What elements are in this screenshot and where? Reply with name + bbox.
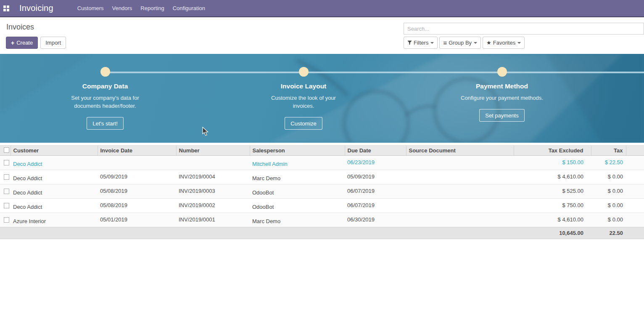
cell-customer[interactable]: Deco Addict <box>11 184 98 199</box>
cell-tax-excluded[interactable]: $ 150.00 <box>514 156 591 170</box>
cell-customer[interactable]: Azure Interior <box>11 213 98 227</box>
search-filter-buttons: Filters ≡ Group By ★ Favorites <box>404 37 525 49</box>
cell-invoice-date[interactable] <box>98 156 176 170</box>
lets-start-button[interactable]: Let's start! <box>87 117 124 130</box>
cell-tax[interactable]: $ 0.00 <box>591 170 626 184</box>
row-filler-cell <box>626 199 644 213</box>
row-checkbox[interactable] <box>4 203 9 208</box>
caret-down-icon <box>430 42 434 44</box>
cell-salesperson[interactable]: Marc Demo <box>250 213 345 227</box>
star-icon: ★ <box>486 40 491 45</box>
col-header-salesperson[interactable]: Salesperson <box>250 146 345 156</box>
col-header-invoice-date[interactable]: Invoice Date <box>98 146 176 156</box>
cell-source-document[interactable] <box>406 170 514 184</box>
cell-source-document[interactable] <box>406 156 514 170</box>
step-dot-invoice-layout <box>299 67 309 77</box>
cell-due-date[interactable]: 05/09/2019 <box>345 170 406 184</box>
create-button[interactable]: +Create <box>6 37 38 49</box>
row-filler-cell <box>626 184 644 199</box>
search-input[interactable] <box>404 23 644 35</box>
row-checkbox[interactable] <box>4 174 9 180</box>
col-header-due-date[interactable]: Due Date <box>345 146 406 156</box>
cell-source-document[interactable] <box>406 184 514 199</box>
onboarding-step-invoice-layout: Invoice Layout Customize the look of you… <box>204 83 403 130</box>
plus-icon: + <box>11 40 14 46</box>
cell-customer[interactable]: Deco Addict <box>11 199 98 213</box>
select-all-checkbox-cell <box>0 146 11 156</box>
col-header-customer[interactable]: Customer <box>11 146 98 156</box>
cell-tax[interactable]: $ 22.50 <box>591 156 626 170</box>
cell-invoice-date[interactable]: 05/08/2019 <box>98 199 176 213</box>
cell-tax-excluded[interactable]: $ 525.00 <box>514 184 591 199</box>
cell-customer[interactable]: Deco Addict <box>11 156 98 170</box>
cell-salesperson[interactable]: Mitchell Admin <box>250 156 345 170</box>
cell-due-date[interactable]: 06/07/2019 <box>345 199 406 213</box>
total-tax-excluded: 10,645.00 <box>514 227 591 239</box>
cell-tax[interactable]: $ 0.00 <box>591 184 626 199</box>
cell-due-date[interactable]: 06/07/2019 <box>345 184 406 199</box>
filters-button[interactable]: Filters <box>404 37 438 49</box>
step-dot-payment-method <box>497 67 507 77</box>
table-row[interactable]: Azure Interior05/01/2019INV/2019/0001Mar… <box>0 213 644 227</box>
cell-tax[interactable]: $ 0.00 <box>591 213 626 227</box>
customize-button[interactable]: Customize <box>285 117 322 130</box>
step-dot-company-data <box>100 67 110 77</box>
onboarding-progress-line <box>105 72 644 73</box>
table-row[interactable]: Deco Addict05/08/2019INV/2019/0003OdooBo… <box>0 184 644 199</box>
nav-menu-configuration[interactable]: Configuration <box>169 0 209 17</box>
cell-number[interactable]: INV/2019/0004 <box>176 170 250 184</box>
col-header-filler <box>626 146 644 156</box>
step-description: Set your company's data for documents he… <box>63 94 147 110</box>
table-row[interactable]: Deco AddictMitchell Admin06/23/2019$ 150… <box>0 156 644 170</box>
cell-number[interactable]: INV/2019/0003 <box>176 184 250 199</box>
cell-salesperson[interactable]: OdooBot <box>250 199 345 213</box>
col-header-tax-excluded[interactable]: Tax Excluded <box>514 146 591 156</box>
step-title: Invoice Layout <box>204 83 403 90</box>
col-header-number[interactable]: Number <box>176 146 250 156</box>
select-all-checkbox[interactable] <box>4 147 9 153</box>
group-by-button[interactable]: ≡ Group By <box>439 37 481 49</box>
nav-menu-reporting[interactable]: Reporting <box>136 0 168 17</box>
caret-down-icon <box>474 42 477 44</box>
cell-tax-excluded[interactable]: $ 4,610.00 <box>514 170 591 184</box>
import-button[interactable]: Import <box>40 37 66 49</box>
control-panel: Invoices +Create Import Filters ≡ Group … <box>0 17 644 54</box>
cell-invoice-date[interactable]: 05/09/2019 <box>98 170 176 184</box>
row-checkbox-cell <box>0 184 11 199</box>
step-title: Company Data <box>6 83 204 90</box>
table-row[interactable]: Deco Addict05/09/2019INV/2019/0004Marc D… <box>0 170 644 184</box>
cell-number[interactable] <box>176 156 250 170</box>
nav-menu-vendors[interactable]: Vendors <box>108 0 137 17</box>
table-footer-row: 10,645.00 22.50 <box>0 227 644 239</box>
cell-number[interactable]: INV/2019/0002 <box>176 199 250 213</box>
cell-tax[interactable]: $ 0.00 <box>591 199 626 213</box>
cell-customer[interactable]: Deco Addict <box>11 170 98 184</box>
action-buttons: +Create Import <box>6 37 66 49</box>
cell-invoice-date[interactable]: 05/08/2019 <box>98 184 176 199</box>
row-checkbox[interactable] <box>4 217 9 223</box>
nav-menu-customers[interactable]: Customers <box>73 0 108 17</box>
cell-source-document[interactable] <box>406 199 514 213</box>
col-header-source-document[interactable]: Source Document <box>406 146 514 156</box>
step-description: Customize the look of your invoices. <box>261 94 346 110</box>
cell-tax-excluded[interactable]: $ 4,610.00 <box>514 213 591 227</box>
row-checkbox[interactable] <box>4 189 9 194</box>
cell-number[interactable]: INV/2019/0001 <box>176 213 250 227</box>
cell-invoice-date[interactable]: 05/01/2019 <box>98 213 176 227</box>
cell-due-date[interactable]: 06/30/2019 <box>345 213 406 227</box>
col-header-tax[interactable]: Tax <box>591 146 626 156</box>
cell-tax-excluded[interactable]: $ 750.00 <box>514 199 591 213</box>
cell-due-date[interactable]: 06/23/2019 <box>345 156 406 170</box>
step-description: Configure your payment methods. <box>460 94 544 102</box>
cell-salesperson[interactable]: Marc Demo <box>250 170 345 184</box>
table-row[interactable]: Deco Addict05/08/2019INV/2019/0002OdooBo… <box>0 199 644 213</box>
set-payments-button[interactable]: Set payments <box>479 109 525 122</box>
cell-salesperson[interactable]: OdooBot <box>250 184 345 199</box>
cell-source-document[interactable] <box>406 213 514 227</box>
invoice-list-table: Customer Invoice Date Number Salesperson… <box>0 145 644 239</box>
favorites-button[interactable]: ★ Favorites <box>483 37 525 49</box>
row-checkbox[interactable] <box>4 160 9 165</box>
apps-menu-icon[interactable] <box>3 5 9 11</box>
caret-down-icon <box>517 42 521 44</box>
app-title[interactable]: Invoicing <box>19 3 53 13</box>
